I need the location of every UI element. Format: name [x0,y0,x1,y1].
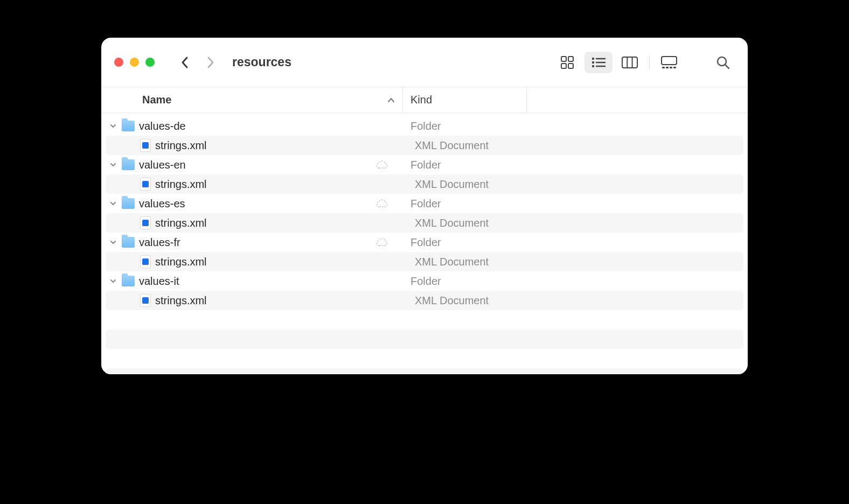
item-name: strings.xml [155,139,207,152]
zoom-window-button[interactable] [145,58,155,67]
folder-icon [122,198,135,209]
svg-point-6 [592,65,594,67]
column-header-kind[interactable]: Kind [403,87,527,113]
folder-icon [122,237,135,248]
item-kind: XML Document [407,295,489,307]
item-kind: XML Document [407,178,489,191]
gallery-icon [660,56,678,69]
search-button[interactable] [711,52,735,73]
folder-icon [122,121,135,131]
cloud-icon [375,199,389,208]
item-kind: Folder [403,198,441,210]
svg-rect-14 [662,67,665,68]
xml-file-icon [140,178,151,191]
item-name: strings.xml [155,217,207,229]
chevron-right-icon [206,56,215,69]
svg-rect-3 [568,64,573,68]
item-name: values-de [139,120,186,132]
disclosure-triangle-icon[interactable] [109,239,117,246]
file-row[interactable]: strings.xml XML Document [106,252,743,271]
xml-file-icon [140,294,151,307]
item-kind: Folder [403,275,441,288]
empty-stripe [106,330,743,349]
item-name: strings.xml [155,256,207,268]
item-kind: Folder [403,159,441,171]
svg-point-5 [592,61,594,63]
svg-rect-1 [568,57,573,61]
toolbar: resources [101,38,748,87]
item-name: strings.xml [155,295,207,307]
column-header-name[interactable]: Name [101,87,403,113]
folder-row[interactable]: values-en Folder [101,155,748,174]
back-button[interactable] [174,52,196,73]
svg-rect-2 [561,64,566,68]
folder-icon [122,159,135,170]
cloud-icon [375,237,389,247]
item-name: values-fr [139,236,180,249]
window-title: resources [232,55,291,69]
folder-row[interactable]: values-it Folder [101,271,748,291]
xml-file-icon [140,255,151,268]
item-kind: Folder [403,236,441,249]
disclosure-triangle-icon[interactable] [109,200,117,207]
grid-icon [560,55,574,69]
finder-window: resources [101,38,748,374]
xml-file-icon [140,216,151,229]
disclosure-triangle-icon[interactable] [109,278,117,284]
empty-stripe [106,368,743,374]
folder-row[interactable]: values-de Folder [101,116,748,136]
column-headers: Name Kind [101,87,748,113]
folder-icon [122,276,135,286]
item-name: strings.xml [155,178,207,191]
disclosure-triangle-icon[interactable] [109,123,117,129]
svg-line-19 [725,65,729,68]
minimize-window-button[interactable] [130,58,139,67]
column-header-label: Name [142,94,171,106]
list-view-button[interactable] [584,52,613,73]
svg-rect-17 [673,67,676,68]
icon-view-button[interactable] [553,52,581,73]
column-header-label: Kind [410,94,432,106]
item-name: values-en [139,159,186,171]
close-window-button[interactable] [114,58,123,67]
folder-row[interactable]: values-fr Folder [101,233,748,252]
window-controls [114,58,155,67]
item-name: values-es [139,198,185,210]
item-kind: XML Document [407,217,489,229]
svg-rect-16 [670,67,672,68]
svg-point-4 [592,57,594,59]
file-list: values-de Folder strings.xml XML Documen… [101,113,748,374]
columns-icon [622,57,638,68]
separator [649,55,650,69]
svg-rect-0 [561,57,566,61]
file-row[interactable]: strings.xml XML Document [106,136,743,155]
folder-row[interactable]: values-es Folder [101,194,748,213]
xml-file-icon [140,139,151,152]
item-kind: XML Document [407,256,489,268]
file-row[interactable]: strings.xml XML Document [106,213,743,233]
gallery-view-button[interactable] [655,52,683,73]
svg-rect-10 [622,57,637,68]
svg-rect-15 [666,67,669,68]
list-icon [591,57,606,68]
cloud-icon [375,160,389,170]
item-name: values-it [139,275,179,288]
file-row[interactable]: strings.xml XML Document [106,291,743,310]
item-kind: XML Document [407,139,489,152]
sort-ascending-icon [387,97,395,103]
item-kind: Folder [403,120,441,132]
file-row[interactable]: strings.xml XML Document [106,174,743,194]
column-view-button[interactable] [616,52,644,73]
view-mode-group [553,52,683,73]
search-icon [716,55,730,69]
chevron-left-icon [180,56,189,69]
forward-button[interactable] [200,52,221,73]
svg-rect-13 [662,57,677,65]
disclosure-triangle-icon[interactable] [109,162,117,168]
